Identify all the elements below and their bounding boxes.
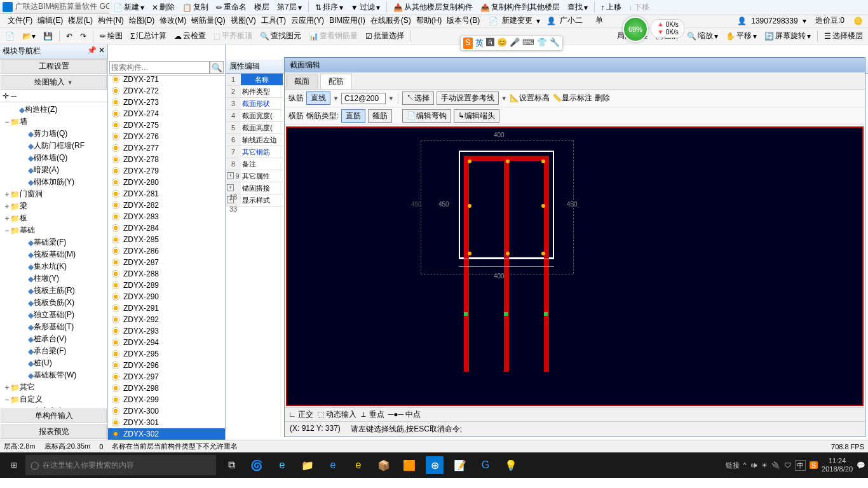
object-item[interactable]: ZDYX-275 [108, 119, 225, 131]
search-button[interactable]: 查找▾ [565, 1, 590, 13]
windows-taskbar[interactable]: ⊞ ◯ 在这里输入你要搜索的内容 ⧉ 🌀 e 📁 e e 📦 🟧 ⊕ 📝 G 💡… [0, 452, 868, 478]
menu-item[interactable]: 视图(V) [228, 15, 259, 26]
object-item[interactable]: ZDYX-286 [108, 245, 225, 257]
menu-item[interactable]: 工具(T) [259, 15, 288, 26]
menu-item[interactable]: 绘图(D) [126, 15, 158, 26]
hoop-rebar-button[interactable]: 箍筋 [368, 109, 392, 123]
prop-row[interactable]: 名称 [241, 74, 283, 86]
obj-delete-button[interactable]: ✕删除 [149, 1, 177, 13]
object-item[interactable]: ZDYX-271 [108, 76, 225, 85]
rotate-button[interactable]: 🔄屏幕旋转▾ [762, 30, 813, 42]
tree-item[interactable]: ◆ 筏板基础(M) [1, 248, 106, 261]
prop-row[interactable]: 轴线距左边 [241, 134, 283, 146]
app-icon-6[interactable]: G [477, 456, 494, 474]
object-item[interactable]: ZDYX-301 [108, 417, 225, 428]
nav-pin-icon[interactable]: 📌 ✕ [87, 46, 105, 57]
sogou-icon[interactable]: S [810, 461, 818, 469]
select-floor-button[interactable]: ☰选择楼层 [822, 30, 865, 42]
object-list[interactable]: ZDYX-269ZDYX-270ZDYX-271ZDYX-272ZDYX-273… [108, 76, 225, 440]
undo-icon[interactable]: ↶ [64, 31, 75, 41]
app-icon-4[interactable]: ⊕ [426, 456, 444, 474]
edge-old-icon[interactable]: e [273, 456, 291, 474]
ime-toolbar[interactable]: S英🅰😊🎤⌨👕🔧 [460, 36, 563, 51]
app-icon-2[interactable]: 📦 [375, 456, 393, 474]
tray-up-icon[interactable]: ^ [743, 461, 747, 469]
obj-new-button[interactable]: 📄新建▾ [111, 1, 147, 13]
prop-row[interactable]: 截面高度( [241, 122, 283, 134]
object-item[interactable]: ZDYX-288 [108, 268, 225, 280]
prop-row[interactable]: 截面形状 [241, 98, 283, 110]
copy-from-floor-button[interactable]: 📥从其他楼层复制构件 [391, 1, 475, 13]
sum-button[interactable]: Σ 汇总计算 [128, 30, 169, 42]
menu-item[interactable]: 文件(F) [5, 15, 35, 26]
nav-section-single[interactable]: 单构件输入 [1, 409, 107, 423]
filter-button[interactable]: ▼过滤▾ [348, 1, 383, 13]
prop-row[interactable]: 锚固搭接 [241, 182, 283, 194]
nav-tool-icons[interactable]: ✛ ─ [0, 90, 107, 102]
delete-button[interactable]: 删除 [595, 93, 610, 104]
tree-item[interactable]: +📁 板 [1, 212, 106, 224]
tree-item[interactable]: ◆ 砌体加筋(Y) [1, 176, 106, 188]
prop-row[interactable]: 其它钢筋 [241, 146, 283, 158]
object-item[interactable]: ZDYX-281 [108, 188, 225, 200]
object-item[interactable]: ZDYX-300 [108, 405, 225, 417]
object-item[interactable]: ZDYX-285 [108, 234, 225, 245]
tree-item[interactable]: ◆ 桩承台(V) [1, 333, 106, 345]
obj-copy-button[interactable]: 📋复制 [180, 1, 211, 13]
tray-link[interactable]: 链接 [726, 461, 740, 470]
object-item[interactable]: ZDYX-302 [108, 428, 225, 440]
tree-item[interactable]: ◆ 承台梁(F) [1, 345, 106, 357]
search-go-button[interactable]: 🔍 [210, 61, 224, 74]
nav-section-draw[interactable]: 绘图输入 ▼ [1, 75, 107, 90]
app-icon-5[interactable]: 📝 [451, 456, 469, 474]
object-item[interactable]: ZDYX-289 [108, 280, 225, 291]
prop-row[interactable]: 截面宽度( [241, 110, 283, 122]
search-input[interactable] [109, 61, 210, 74]
ortho-toggle[interactable]: ∟ 正交 [288, 409, 313, 420]
prop-row[interactable]: 备注 [241, 158, 283, 170]
object-item[interactable]: ZDYX-277 [108, 142, 225, 154]
move-down-button[interactable]: ↓下移 [627, 1, 652, 13]
nav-section-report[interactable]: 报表预览 [1, 424, 107, 439]
tree-item[interactable]: ◆ 筏板主筋(R) [1, 285, 106, 297]
pan-button[interactable]: ✋平移▾ [723, 30, 759, 42]
prop-row[interactable]: 其它属性 [241, 170, 283, 182]
tree-item[interactable]: ◆ 剪力墙(Q) [1, 128, 106, 140]
tree-item[interactable]: ◆ 独立基础(P) [1, 309, 106, 321]
object-item[interactable]: ZDYX-272 [108, 85, 225, 97]
object-item[interactable]: ZDYX-299 [108, 394, 225, 405]
tree-item[interactable]: ◆ 筏板负筋(X) [1, 297, 106, 309]
notifications-icon[interactable]: 💬 [857, 461, 865, 470]
open-icon[interactable]: 📂▾ [20, 31, 38, 41]
edit-bend-button[interactable]: 📄编辑弯钩 [402, 109, 451, 123]
object-item[interactable]: ZDYX-282 [108, 200, 225, 211]
tab-section[interactable]: 截面 [286, 74, 318, 89]
nav-section-project[interactable]: 工程设置 [1, 59, 107, 74]
floor-select[interactable]: 第7层▾ [275, 1, 304, 13]
zoom-button[interactable]: 🔍缩放▾ [684, 30, 721, 42]
object-item[interactable]: ZDYX-296 [108, 360, 225, 371]
tree-item[interactable]: ◆ 柱墩(Y) [1, 273, 106, 285]
ime-indicator[interactable]: 中 [795, 460, 806, 471]
menu-item[interactable]: BIM应用(I) [327, 15, 368, 26]
object-item[interactable]: ZDYX-284 [108, 222, 225, 234]
ie-icon[interactable]: e [349, 456, 367, 474]
tree-item[interactable]: ◆ 基础梁(F) [1, 236, 106, 248]
menu-item[interactable]: 版本号(B) [444, 15, 482, 26]
object-item[interactable]: ZDYX-291 [108, 302, 225, 314]
perp-snap-toggle[interactable]: ⊥ 垂点 [360, 409, 384, 420]
object-item[interactable]: ZDYX-290 [108, 291, 225, 302]
tree-item[interactable]: −📁 墙 [1, 116, 106, 128]
flat-top-button[interactable]: ⬚平齐板顶 [211, 30, 255, 42]
menu-item[interactable]: 钢筋量(Q) [189, 15, 227, 26]
save-icon[interactable]: 💾 [41, 31, 55, 41]
component-tree[interactable]: ◆ 构造柱(Z)−📁 墙◆ 剪力墙(Q)◆ 人防门框墙(RF◆ 砌体墙(Q)◆ … [0, 102, 107, 408]
start-button[interactable]: ⊞ [3, 455, 25, 475]
tree-item[interactable]: +📁 门窗洞 [1, 188, 106, 200]
manual-refline-button[interactable]: 手动设置参考线 [437, 92, 499, 105]
tree-item[interactable]: ◆ 桩(U) [1, 357, 106, 369]
object-item[interactable]: ZDYX-294 [108, 337, 225, 348]
tree-item[interactable]: −📁 自定义 [1, 393, 106, 405]
object-item[interactable]: ZDYX-280 [108, 177, 225, 188]
app-icon-3[interactable]: 🟧 [400, 456, 418, 474]
